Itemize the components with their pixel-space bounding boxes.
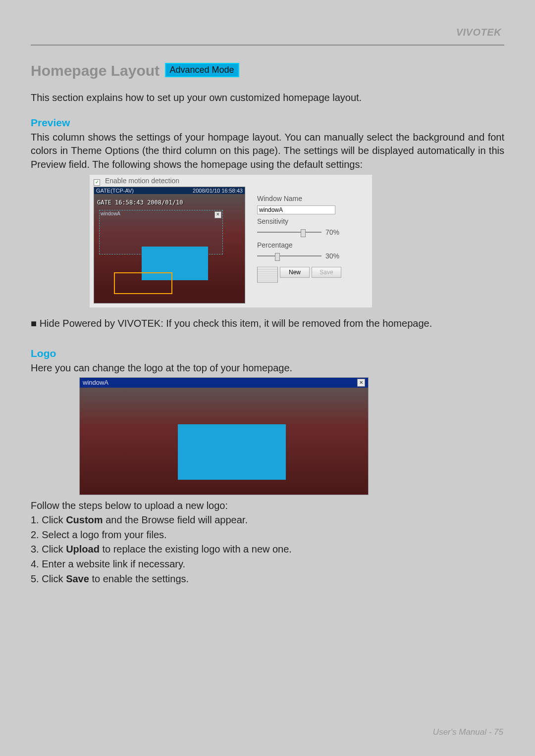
step-1: 1. Click Custom and the Browse field wil… [31,513,504,527]
list-icon [257,267,278,283]
selection-close-icon[interactable]: ✕ [214,211,221,218]
percentage-slider[interactable]: 30% [257,252,366,260]
video-overlay-text: GATE 16:58:43 2008/01/10 [97,199,183,206]
step-5: 5. Click Save to enable the settings. [31,572,504,586]
page-title: Homepage Layout [31,62,160,79]
steps-intro: Follow the steps below to upload a new l… [31,499,504,513]
brand-label: VIVOTEK [456,27,501,38]
step-2: 2. Select a logo from your files. [31,528,504,542]
page-footer: User's Manual - 75 [433,727,503,737]
shot2-close-icon[interactable]: ✕ [357,379,365,387]
step-5-bold: Save [66,573,89,584]
sensitivity-value: 70% [325,228,339,236]
preview-screenshot: ✓ Enable motion detection GATE(TCP-AV) 2… [89,174,373,308]
shot2-title: windowA [83,379,108,387]
preview-body: This column shows the settings of your h… [31,131,504,172]
logo-body: Here you can change the logo at the top … [31,361,504,375]
enable-motion-checkbox[interactable]: ✓ [94,179,100,186]
step-3: 3. Click Upload to replace the existing … [31,543,504,556]
percentage-value: 30% [325,252,339,260]
step-1-a: 1. Click [31,514,66,525]
intro-text: This section explains how to set up your… [31,91,504,105]
logo-heading: Logo [31,348,504,359]
logo-screenshot: windowA ✕ [79,377,369,495]
step-5-c: to enable the settings. [89,573,189,584]
sensitivity-label: Sensitivity [257,217,366,225]
enable-motion-row: ✓ Enable motion detection [94,177,179,186]
header-rule [31,45,504,46]
step-1-c: and the Browse field will appear. [103,514,248,525]
new-button[interactable]: New [280,267,310,278]
step-4: 4. Enter a website link if necessary. [31,557,504,571]
save-button[interactable]: Save [312,267,341,278]
shot2-blue-region [178,424,286,480]
window-name-input[interactable] [257,205,335,214]
percentage-label: Percentage [257,241,366,249]
step-3-a: 3. Click [31,544,66,554]
advanced-mode-badge: Advanced Mode [165,63,239,77]
step-3-bold: Upload [66,544,100,554]
step-1-bold: Custom [66,514,103,525]
titlebar-left: GATE(TCP-AV) [96,188,134,194]
step-3-c: to replace the existing logo with a new … [100,544,292,554]
shot2-titlebar: windowA ✕ [80,378,368,388]
enable-motion-label: Enable motion detection [105,177,179,185]
orange-region [114,272,172,294]
video-frame: GATE(TCP-AV) 2008/01/10 16:58:43 GATE 16… [94,187,245,303]
preview-heading: Preview [31,117,504,129]
step-5-a: 5. Click [31,573,66,584]
video-titlebar: GATE(TCP-AV) 2008/01/10 16:58:43 [94,187,245,194]
selection-label: windowA [101,211,120,216]
sensitivity-slider[interactable]: 70% [257,228,366,236]
hide-powered-bullet: ■ Hide Powered by VIVOTEK: If you check … [31,317,504,331]
titlebar-right: 2008/01/10 16:58:43 [193,188,243,194]
window-name-label: Window Name [257,195,366,202]
settings-panel: Window Name Sensitivity 70% Percentage 3… [257,195,366,283]
